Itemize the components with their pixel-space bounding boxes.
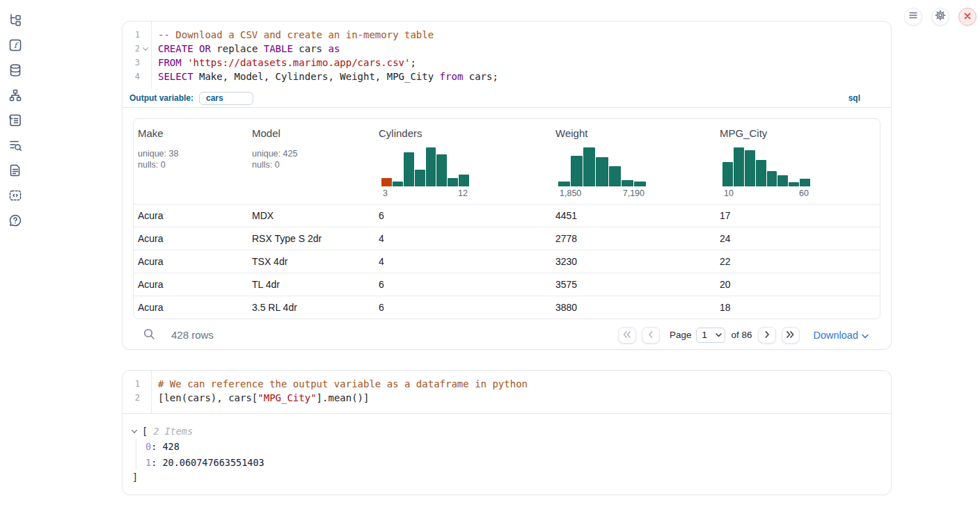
last-page-button[interactable]: [782, 327, 800, 344]
code-token: -- Download a CSV and create an in-memor…: [158, 29, 434, 40]
table-cell: TSX 4dr: [248, 256, 374, 267]
histogram-bar[interactable]: [756, 160, 766, 186]
settings-button[interactable]: [931, 8, 949, 26]
histogram-bar[interactable]: [558, 182, 570, 186]
tree-entry-value: 428: [162, 441, 179, 452]
chevron-down-icon: [862, 330, 869, 341]
code-token: ].mean()]: [317, 392, 370, 403]
histogram-bar[interactable]: [734, 147, 744, 186]
histogram-bar[interactable]: [777, 175, 788, 186]
sidebar-item-documentation[interactable]: [8, 164, 23, 179]
code-token: cars;: [463, 71, 498, 82]
language-badge[interactable]: sql: [848, 93, 860, 103]
table-row[interactable]: AcuraTSX 4dr4323022: [134, 250, 880, 273]
sql-cell: 1-- Download a CSV and create an in-memo…: [122, 21, 892, 350]
histogram-bar[interactable]: [800, 179, 810, 186]
page-select[interactable]: 1: [696, 328, 725, 343]
sidebar-item-help[interactable]: [8, 214, 23, 230]
histogram-bar[interactable]: [583, 147, 595, 186]
column-histogram: 312: [381, 147, 469, 198]
histogram-bar[interactable]: [622, 180, 633, 186]
fold-spacer: [140, 28, 151, 42]
download-button[interactable]: Download: [814, 330, 869, 341]
prev-page-button[interactable]: [642, 327, 660, 344]
axis-min-label: 10: [724, 188, 734, 198]
column-stat: unique: 38: [138, 148, 241, 159]
histogram-bar[interactable]: [426, 147, 436, 186]
table-cell: RSX Type S 2dr: [248, 233, 374, 244]
histogram-bar[interactable]: [448, 178, 458, 186]
histogram-bar[interactable]: [393, 182, 403, 186]
table-cell: Acura: [134, 233, 248, 244]
sidebar-item-file-explorer[interactable]: [8, 14, 23, 29]
histogram-bar[interactable]: [459, 175, 469, 186]
histogram-bar[interactable]: [571, 156, 583, 186]
search-button[interactable]: [143, 328, 155, 343]
scroll-icon: [8, 113, 22, 130]
histogram-bars: [381, 147, 469, 186]
sidebar-item-variables[interactable]: f: [8, 39, 23, 54]
chevron-right-icon: [763, 329, 771, 341]
output-variable-input[interactable]: [199, 92, 253, 105]
histogram-bar[interactable]: [722, 162, 733, 186]
table-row[interactable]: AcuraRSX Type S 2dr4277824: [134, 227, 880, 250]
line-number: 3: [122, 56, 140, 70]
code-token: SELECT: [158, 71, 193, 82]
page-select-wrap: 1: [696, 328, 725, 343]
histogram-bar[interactable]: [596, 157, 608, 186]
table-row[interactable]: Acura3.5 RL 4dr6388018: [134, 296, 880, 319]
column-stats: unique: 38nulls: 0: [138, 148, 241, 170]
table-cell: Acura: [134, 256, 248, 267]
histogram-axis: 1060: [722, 188, 810, 198]
histogram-bar[interactable]: [381, 178, 392, 186]
tree-items-count: 2 Items: [148, 426, 193, 437]
tree-entry[interactable]: 0: 428: [145, 439, 880, 455]
table-row[interactable]: AcuraMDX6445117: [134, 204, 880, 227]
sidebar-item-data-sources[interactable]: [8, 64, 23, 79]
menu-button[interactable]: [904, 8, 922, 26]
table-cell: TL 4dr: [248, 279, 374, 290]
code-snippet-icon: [8, 188, 22, 205]
column-label: Cylinders: [379, 127, 544, 139]
fold-toggle-icon[interactable]: [140, 42, 151, 56]
column-header: Makeunique: 38nulls: 0: [134, 119, 248, 204]
histogram-bar[interactable]: [404, 152, 414, 186]
sidebar-item-snippets[interactable]: [8, 189, 23, 204]
shutdown-button[interactable]: [958, 8, 977, 26]
code-line: 2[len(cars), cars["MPG_City"].mean()]: [122, 391, 891, 405]
histogram-bar[interactable]: [436, 154, 447, 186]
sidebar-item-logs[interactable]: [8, 139, 23, 154]
sql-code-editor[interactable]: 1-- Download a CSV and create an in-memo…: [122, 22, 891, 89]
python-code-editor[interactable]: 1# We can reference the output variable …: [122, 371, 891, 414]
histogram-bar[interactable]: [745, 150, 755, 186]
code-token: CREATE: [158, 43, 193, 54]
code-line: 2CREATE OR replace TABLE cars as: [122, 42, 891, 56]
first-page-button[interactable]: [618, 327, 636, 344]
histogram-bar[interactable]: [609, 166, 621, 186]
tree-entry[interactable]: 1: 20.060747663551403: [145, 455, 880, 471]
table-cell: 6: [374, 302, 551, 313]
tree-collapse-toggle[interactable]: [132, 429, 142, 433]
file-tree-icon: [8, 13, 22, 30]
sidebar-item-scratchpad[interactable]: [8, 114, 23, 129]
sidebar-item-dependencies[interactable]: [8, 89, 23, 104]
column-header: Weight1,8507,190: [551, 119, 716, 204]
code-token: cars: [293, 43, 329, 54]
line-number: 1: [122, 28, 140, 42]
fold-spacer: [140, 377, 151, 391]
table-row[interactable]: AcuraTL 4dr6357520: [134, 273, 880, 296]
table-cell: 3230: [551, 256, 716, 267]
python-cell-output: [ 2 Items 0: 4281: 20.060747663551403 ]: [122, 414, 891, 484]
document-icon: [8, 163, 22, 180]
code-token: Make, Model, Cylinders, Weight, MPG_City: [193, 71, 440, 82]
histogram-bar[interactable]: [415, 170, 425, 186]
histogram-bar[interactable]: [634, 182, 646, 186]
code-token: # We can reference the output variable a…: [158, 378, 528, 389]
histogram-bar[interactable]: [767, 171, 777, 186]
tree-entry-key: 1: [145, 457, 151, 468]
table-cell: 18: [716, 302, 880, 313]
column-stat: nulls: 0: [138, 159, 241, 170]
column-stat: nulls: 0: [252, 159, 368, 170]
next-page-button[interactable]: [758, 327, 776, 344]
histogram-bar[interactable]: [789, 182, 799, 186]
